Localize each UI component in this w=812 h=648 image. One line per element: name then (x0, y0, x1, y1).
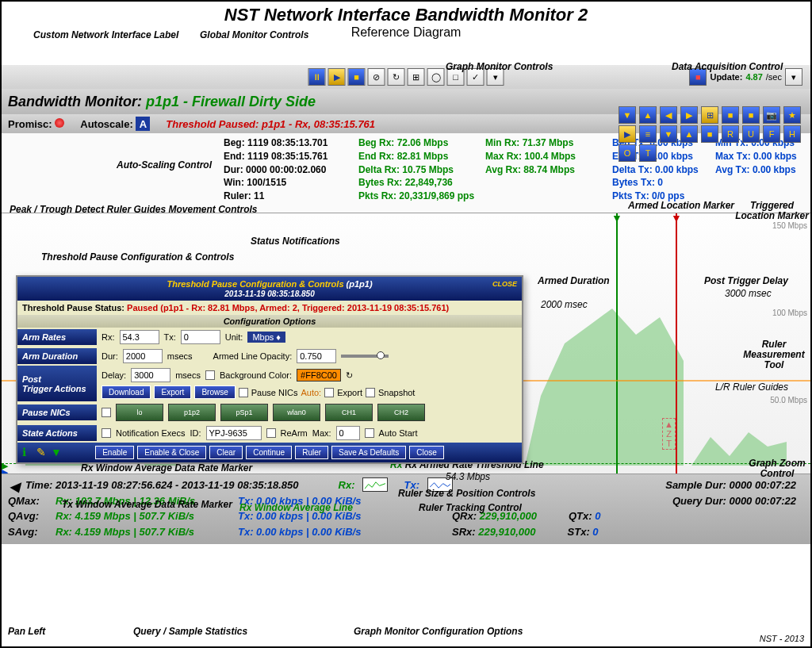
info-icon[interactable]: ℹ (22, 446, 26, 458)
nic-wlan0[interactable]: wlan0 (273, 404, 320, 421)
arm-dur-input[interactable] (123, 349, 163, 363)
rearm-cb[interactable] (266, 428, 276, 438)
config-button-row: ℹ ✎ ▼ Enable Enable & Close Clear Contin… (17, 443, 522, 462)
enable-button[interactable]: Enable (95, 446, 134, 459)
gc-o[interactable]: O (619, 144, 636, 162)
gc-up[interactable]: ▲ (639, 106, 657, 124)
nic-ch2[interactable]: CH2 (377, 404, 425, 421)
gc-down[interactable]: ▼ (619, 106, 636, 124)
snapshot-cb[interactable] (366, 388, 375, 397)
delay-input[interactable] (131, 368, 170, 382)
callout-rx-armed-val: 54.3 Mbps (446, 472, 490, 482)
callout-custom-label: Custom Network Interface Label (33, 30, 178, 40)
gc-h[interactable]: H (783, 125, 801, 143)
callout-ruler-tracking: Ruler Tracking Control (419, 503, 522, 513)
update-rate: 4.87 (745, 72, 762, 82)
reset-button[interactable]: ⊘ (368, 68, 385, 86)
gc-down2[interactable]: ▼ (660, 125, 677, 143)
gc-sq1[interactable]: ■ (722, 106, 739, 124)
pause-button[interactable]: ⏸ (308, 68, 326, 86)
triggered-marker-line (676, 213, 677, 474)
update-label: Update: (710, 72, 742, 82)
y-150: 150 Mbps (772, 221, 807, 230)
unit-select[interactable]: Mbps ♦ (247, 332, 285, 343)
gc-play[interactable]: ▶ (619, 125, 636, 143)
id-input[interactable] (206, 426, 262, 440)
callout-ruler-size: Ruler Size & Position Controls (398, 489, 535, 499)
ruler-button[interactable]: Ruler (295, 446, 328, 459)
callout-tx-win-marker: Tx Window Average Data Rate Marker (62, 500, 232, 510)
triggered-marker-icon: ▼ (671, 213, 682, 224)
pause-nics-cb[interactable] (239, 388, 248, 397)
rx-mini-graph[interactable] (362, 477, 388, 492)
wave-main (525, 291, 684, 466)
gc-bars[interactable]: ≡ (639, 125, 657, 143)
arm-rates-row: Arm Rates Rx: Tx: Unit: Mbps ♦ (17, 328, 522, 347)
gc-r2[interactable]: ■ (701, 125, 718, 143)
play-button[interactable]: ▶ (328, 68, 346, 86)
callout-armed-marker: Armed Location Marker (628, 201, 734, 211)
gc-sq2[interactable]: ■ (742, 106, 760, 124)
tx-marker-icon: ▶ (2, 467, 8, 474)
gc-up2[interactable]: ▲ (680, 125, 698, 143)
gc-grid[interactable]: ⊞ (701, 106, 718, 124)
update-per: /sec (766, 72, 782, 82)
callout-autoscale: Auto-Scaling Control (117, 160, 212, 171)
callout-peak-trough: Peak / Trough Detect Ruler Guides Moveme… (10, 205, 258, 215)
download-button[interactable]: Download (102, 385, 151, 399)
continue-button[interactable]: Continue (246, 446, 292, 459)
zoom-control[interactable]: ▲ZT (662, 418, 676, 450)
gc-t[interactable]: T (639, 144, 657, 162)
gc-star[interactable]: ★ (783, 106, 801, 124)
notif-cb[interactable] (102, 428, 111, 438)
armed-marker-line (616, 213, 618, 474)
opacity-slider[interactable] (341, 355, 389, 358)
grid-button[interactable]: ⊞ (408, 68, 425, 86)
gc-left[interactable]: ◀ (660, 106, 677, 124)
nic-ch1[interactable]: CH1 (325, 404, 373, 421)
callout-post-trigger-val: 3000 msec (725, 289, 772, 299)
arm-rx-input[interactable] (120, 330, 159, 344)
edit-icon[interactable]: ✎ (36, 446, 46, 458)
save-defaults-button[interactable]: Save As Defaults (331, 446, 406, 459)
arm-tx-input[interactable] (181, 330, 220, 344)
autoscale-icon[interactable]: A (136, 117, 150, 131)
gc-f[interactable]: F (763, 125, 780, 143)
expand-icon[interactable]: ▼ (51, 446, 62, 458)
callout-ruler-tool: Ruler Measurement Tool (737, 339, 810, 371)
max-input[interactable] (336, 426, 360, 440)
callout-rx-win-line: Rx Window Average Line (239, 503, 353, 513)
stop-button[interactable]: ■ (348, 68, 366, 86)
gc-right[interactable]: ▶ (680, 106, 698, 124)
rate-down-button[interactable]: ▾ (785, 68, 802, 86)
nic-lo[interactable]: lo (116, 404, 163, 421)
armed-marker-icon: ▼ (611, 213, 622, 224)
browse-button[interactable]: Browse (194, 385, 235, 399)
export-button[interactable]: Export (154, 385, 191, 399)
reset-color-icon[interactable]: ↻ (346, 370, 353, 381)
config-section-header: Configuration Options (17, 315, 522, 328)
bg-color-swatch[interactable]: #FF8C00 (297, 369, 341, 382)
enable-close-button[interactable]: Enable & Close (137, 446, 206, 459)
nic-all-cb[interactable] (102, 408, 111, 417)
page-title: NST Network Interface Bandwidth Monitor … (2, 5, 810, 25)
threshold-config-panel: Threshold Pause Configuration & Controls… (16, 275, 523, 464)
auto-export-cb[interactable] (324, 388, 334, 397)
arm-duration-row: Arm Duration Dur:msecs Armed Line Opacit… (17, 347, 522, 366)
clear-button[interactable]: Clear (209, 446, 243, 459)
nic-p1p2[interactable]: p1p2 (168, 404, 216, 421)
gc-u[interactable]: U (742, 125, 760, 143)
nic-pSp1[interactable]: pSp1 (220, 404, 268, 421)
rx-minmax-col: Min Rx: 71.37 MbpsMax Rx: 100.4 MbpsAvg … (485, 136, 576, 176)
gc-r[interactable]: R (722, 125, 739, 143)
gc-camera[interactable]: 📷 (763, 106, 780, 124)
refresh-button[interactable]: ↻ (388, 68, 405, 86)
callout-pan-left: Pan Left (8, 627, 45, 637)
circle-button[interactable]: ◯ (427, 68, 445, 86)
opacity-input[interactable] (297, 349, 336, 363)
bg-checkbox[interactable] (205, 370, 215, 380)
close-button[interactable]: Close (409, 446, 444, 459)
pan-left-button[interactable]: ◀ (10, 479, 19, 494)
close-icon[interactable]: CLOSE (492, 280, 517, 288)
autostart-cb[interactable] (365, 428, 374, 438)
